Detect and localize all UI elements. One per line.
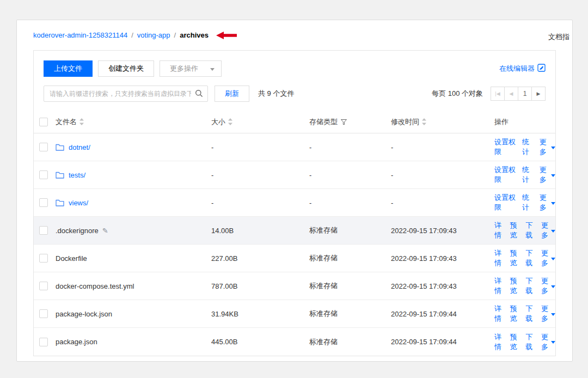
search-input[interactable] [44, 86, 208, 102]
breadcrumb-separator: / [131, 31, 133, 39]
row-action-link[interactable]: 预览 [510, 276, 519, 296]
row-action-link[interactable]: 更多 [540, 193, 555, 212]
folder-icon [56, 199, 64, 206]
header-file-name[interactable]: 文件名 [56, 117, 77, 127]
per-page-label: 每页 100 个对象 [432, 89, 483, 99]
breadcrumb-bucket-link[interactable]: koderover-admin-1258321144 [33, 31, 127, 39]
row-action-link[interactable]: 更多 [541, 248, 555, 268]
refresh-button[interactable]: 刷新 [215, 86, 249, 102]
row-action-link[interactable]: 统计 [522, 193, 533, 212]
row-checkbox[interactable] [39, 309, 48, 318]
pagination-prev-button[interactable]: ◀ [504, 87, 518, 101]
row-action-link[interactable]: 详情 [494, 276, 504, 296]
online-editor-link[interactable]: 在线编辑器 [499, 64, 546, 74]
row-checkbox[interactable] [39, 198, 48, 207]
create-folder-button[interactable]: 创建文件夹 [98, 60, 154, 77]
row-action-link[interactable]: 设置权限 [494, 165, 516, 185]
sort-icon[interactable] [228, 118, 232, 125]
storage-type-cell: - [309, 143, 391, 151]
file-name-link[interactable]: dotnet/ [69, 143, 90, 151]
row-action-link[interactable]: 设置权限 [494, 193, 516, 212]
row-action-link[interactable]: 详情 [494, 332, 504, 352]
sort-icon[interactable] [79, 118, 84, 125]
modified-time-cell: - [391, 143, 494, 151]
row-checkbox[interactable] [39, 282, 48, 290]
row-checkbox[interactable] [39, 170, 48, 179]
row-checkbox[interactable] [39, 226, 48, 235]
modified-time-cell: 2022-09-15 17:09:43 [391, 282, 494, 290]
row-action-link[interactable]: 预览 [510, 304, 519, 324]
caret-down-icon [551, 147, 555, 149]
pagination: 每页 100 个对象 |◀ ◀ 1 ▶ [432, 87, 546, 101]
filter-icon[interactable] [341, 119, 347, 125]
folder-icon [56, 144, 64, 151]
row-action-link[interactable]: 下载 [525, 304, 535, 324]
row-action-link[interactable]: 下载 [525, 221, 535, 240]
header-modified-time[interactable]: 修改时间 [391, 117, 419, 127]
file-name: docker-compose.test.yml [56, 282, 134, 290]
row-action-link[interactable]: 统计 [522, 165, 533, 185]
row-checkbox[interactable] [39, 143, 48, 151]
table-row: package.json445.00B标准存储2022-09-15 17:09:… [34, 328, 555, 356]
edit-pencil-icon[interactable]: ✎ [102, 227, 108, 235]
row-actions: 详情预览下载更多 [494, 248, 555, 268]
row-action-link[interactable]: 更多 [541, 221, 555, 240]
row-action-link[interactable]: 详情 [494, 304, 504, 324]
table-row: dotnet/---设置权限统计更多 [34, 133, 555, 161]
pagination-next-button[interactable]: ▶ [531, 87, 546, 101]
table-row: tests/---设置权限统计更多 [34, 161, 555, 189]
sort-icon[interactable] [422, 118, 426, 125]
row-action-link[interactable]: 详情 [494, 221, 504, 240]
folder-icon [56, 172, 64, 179]
table-row: Dockerfile227.00B标准存储2022-09-15 17:09:43… [34, 245, 555, 272]
file-size-cell: 787.00B [211, 282, 309, 290]
storage-type-cell: - [309, 199, 391, 207]
row-action-link[interactable]: 设置权限 [494, 137, 516, 157]
file-name-link[interactable]: views/ [69, 199, 88, 207]
row-action-link[interactable]: 预览 [510, 221, 519, 240]
modified-time-cell: 2022-09-15 17:09:43 [391, 254, 494, 263]
row-actions: 详情预览下载更多 [494, 304, 555, 324]
file-name: package-lock.json [56, 310, 112, 318]
annotation-arrow-icon [216, 32, 237, 39]
file-name: .dockerignore [56, 227, 99, 235]
row-action-link[interactable]: 下载 [525, 248, 535, 268]
content-card: koderover-admin-1258321144 / voting-app … [16, 20, 573, 362]
row-action-link[interactable]: 更多 [541, 276, 555, 296]
row-checkbox[interactable] [39, 338, 48, 346]
file-table-body: dotnet/---设置权限统计更多tests/---设置权限统计更多views… [34, 133, 555, 356]
storage-type-cell: 标准存储 [309, 225, 391, 235]
select-all-checkbox[interactable] [39, 118, 48, 126]
search-icon[interactable] [195, 89, 203, 99]
pagination-first-button[interactable]: |◀ [491, 87, 505, 101]
doc-guide-link[interactable]: 文档指 [548, 32, 573, 42]
row-action-link[interactable]: 更多 [541, 332, 555, 352]
row-action-link[interactable]: 更多 [541, 304, 555, 324]
breadcrumb-folder-link[interactable]: voting-app [137, 31, 170, 39]
row-action-link[interactable]: 预览 [510, 248, 519, 268]
row-action-link[interactable]: 详情 [494, 248, 504, 268]
table-row: docker-compose.test.yml787.00B标准存储2022-0… [34, 272, 555, 300]
storage-type-cell: 标准存储 [309, 281, 391, 291]
row-action-link[interactable]: 更多 [540, 137, 555, 157]
header-size[interactable]: 大小 [211, 117, 225, 127]
file-name-link[interactable]: tests/ [69, 171, 85, 179]
header-storage-type[interactable]: 存储类型 [309, 117, 338, 127]
row-action-link[interactable]: 更多 [540, 165, 555, 185]
file-size-cell: 31.94KB [211, 310, 309, 318]
pager: |◀ ◀ 1 ▶ [491, 87, 546, 101]
row-action-link[interactable]: 下载 [525, 276, 535, 296]
upload-file-button[interactable]: 上传文件 [44, 60, 93, 77]
file-name: package.json [56, 338, 97, 346]
row-actions: 详情预览下载更多 [494, 276, 555, 296]
file-size-cell: - [211, 143, 309, 151]
row-checkbox[interactable] [39, 254, 48, 263]
more-operations-button[interactable]: 更多操作 [160, 60, 222, 77]
row-action-link[interactable]: 预览 [510, 332, 519, 352]
search-row: 刷新 共 9 个文件 每页 100 个对象 |◀ ◀ 1 ▶ [34, 84, 555, 111]
row-action-link[interactable]: 下载 [525, 332, 535, 352]
row-action-link[interactable]: 统计 [522, 137, 533, 157]
caret-down-icon [551, 202, 555, 205]
storage-type-cell: - [309, 171, 391, 179]
file-size-cell: 445.00B [211, 338, 309, 346]
